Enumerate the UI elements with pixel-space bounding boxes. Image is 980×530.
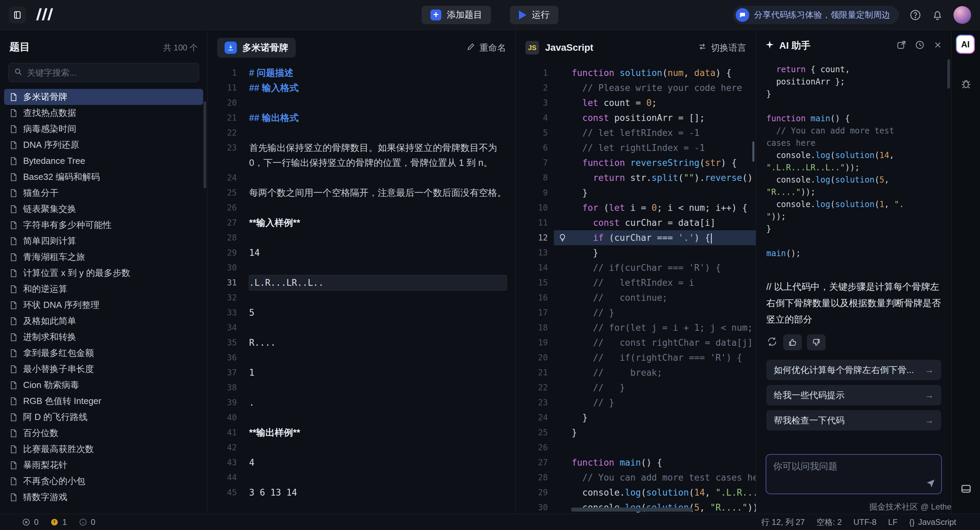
- sidebar-scrollbar[interactable]: [204, 102, 206, 188]
- sidebar-item[interactable]: 拿到最多红包金额: [4, 345, 203, 361]
- share-banner[interactable]: 分享代码练习体验，领限量定制周边: [733, 6, 899, 24]
- language-mode[interactable]: {} JavaScript: [909, 517, 956, 527]
- editor-line[interactable]: 11 const curChar = data[i]: [516, 215, 756, 230]
- editor-line[interactable]: 12 if (curChar === '.') {: [516, 230, 756, 245]
- editor-line[interactable]: 2 // Please write your code here: [516, 80, 756, 95]
- run-button[interactable]: 运行: [510, 6, 558, 24]
- history-icon[interactable]: [915, 40, 925, 51]
- editor-line[interactable]: 23 // }: [516, 395, 756, 410]
- search-input[interactable]: [27, 68, 193, 78]
- encoding[interactable]: UTF-8: [853, 517, 877, 527]
- sidebar-item[interactable]: 暴雨梨花针: [4, 457, 203, 473]
- problems-info[interactable]: 0: [79, 517, 95, 527]
- new-chat-icon[interactable]: [896, 40, 907, 51]
- sidebar-item[interactable]: 计算位置 x 到 y 的最多步数: [4, 265, 203, 281]
- sidebar-item[interactable]: 进制求和转换: [4, 329, 203, 345]
- editor-line[interactable]: 6 // let rightLIndex = -1: [516, 140, 756, 155]
- sidebar-item[interactable]: 百分位数: [4, 425, 203, 441]
- editor-line[interactable]: 30 console.log(solution(5, "R...."));: [516, 500, 756, 514]
- editor-line[interactable]: 8 return str.split("").reverse(): [516, 170, 756, 185]
- editor-line[interactable]: 4 const positionArr = [];: [516, 110, 756, 125]
- editor-line[interactable]: 7 function reverseString(str) {: [516, 155, 756, 170]
- description-body[interactable]: 1# 问题描述11## 输入格式2021## 输出格式2223首先输出保持竖立的…: [208, 65, 515, 500]
- sidebar-item[interactable]: Base32 编码和解码: [4, 169, 203, 185]
- sidebar-item[interactable]: 多米诺骨牌: [4, 89, 203, 105]
- sidebar-item[interactable]: 及格如此简单: [4, 313, 203, 329]
- problems-error[interactable]: 0: [22, 517, 38, 527]
- editor-line[interactable]: 1function solution(num, data) {: [516, 65, 756, 80]
- editor-line[interactable]: 29 console.log(solution(14, ".L.R...LR..…: [516, 485, 756, 500]
- sidebar-item[interactable]: 猫鱼分干: [4, 185, 203, 201]
- sidebar-item[interactable]: RGB 色值转 Integer: [4, 393, 203, 409]
- app-logo-icon[interactable]: [9, 6, 26, 24]
- sidebar-item[interactable]: 最小替换子串长度: [4, 361, 203, 377]
- sidebar-item[interactable]: 简单四则计算: [4, 233, 203, 249]
- editor-line[interactable]: 21 // break;: [516, 365, 756, 380]
- bell-icon[interactable]: [932, 9, 943, 21]
- switch-language-button[interactable]: 切换语言: [698, 42, 746, 54]
- eol-setting[interactable]: LF: [888, 517, 898, 527]
- sidebar-item[interactable]: 环状 DNA 序列整理: [4, 297, 203, 313]
- sidebar-item[interactable]: 病毒感染时间: [4, 121, 203, 137]
- editor-line[interactable]: 19 // const rightChar = data[j]: [516, 335, 756, 350]
- editor-line[interactable]: 20 // if(rightChar === 'R') {: [516, 350, 756, 365]
- search-box[interactable]: [8, 63, 199, 82]
- sidebar-item[interactable]: 和的逆运算: [4, 281, 203, 297]
- sidebar-item[interactable]: 查找热点数据: [4, 105, 203, 121]
- sidebar-item[interactable]: 猜数字游戏: [4, 489, 203, 505]
- indent-setting[interactable]: 空格: 2: [816, 517, 842, 528]
- editor-horizontal-scrollbar[interactable]: [571, 508, 693, 512]
- ai-suggestion-button[interactable]: 帮我检查一下代码→: [766, 410, 941, 431]
- sidebar-item[interactable]: 阿 D 的飞行路线: [4, 409, 203, 425]
- editor-line[interactable]: 10 for (let i = 0; i < num; i++) {: [516, 200, 756, 215]
- editor-line[interactable]: 25}: [516, 425, 756, 440]
- sidebar-item[interactable]: 青海湖租车之旅: [4, 249, 203, 265]
- editor-line[interactable]: 24 }: [516, 410, 756, 425]
- editor-line[interactable]: 22 // }: [516, 380, 756, 395]
- editor-line[interactable]: 27function main() {: [516, 455, 756, 470]
- sidebar-item[interactable]: Cion 勒索病毒: [4, 377, 203, 393]
- editor-line[interactable]: 13 }: [516, 245, 756, 260]
- editor-line[interactable]: 18 // for(let j = i + 1; j < num; j++) {: [516, 320, 756, 335]
- editor-line[interactable]: 9 }: [516, 185, 756, 200]
- description-line: 26: [208, 200, 515, 215]
- help-icon[interactable]: [909, 9, 921, 21]
- ai-input-box[interactable]: [765, 454, 942, 494]
- editor-line[interactable]: 28 // You can add more test cases here: [516, 470, 756, 485]
- lightbulb-icon[interactable]: [558, 233, 567, 242]
- problem-tab[interactable]: 多米诺骨牌: [217, 38, 296, 57]
- avatar[interactable]: [953, 6, 971, 24]
- add-problem-button[interactable]: + 添加题目: [422, 6, 491, 24]
- editor-line[interactable]: 14 // if(curChar === 'R') {: [516, 260, 756, 275]
- sidebar-item[interactable]: 不再贪心的小包: [4, 473, 203, 489]
- ai-suggestion-button[interactable]: 给我一些代码提示→: [766, 385, 941, 405]
- close-icon[interactable]: [933, 40, 943, 51]
- editor-line[interactable]: 16 // continue;: [516, 290, 756, 305]
- ai-scrollbar[interactable]: [947, 59, 950, 89]
- debug-icon[interactable]: [960, 78, 972, 91]
- toggle-panel-icon[interactable]: [960, 483, 972, 496]
- editor-line[interactable]: 15 // leftRIndex = i: [516, 275, 756, 290]
- ai-fab-button[interactable]: AI: [956, 35, 975, 54]
- regenerate-icon[interactable]: [766, 336, 778, 349]
- sidebar-item[interactable]: 链表聚集交换: [4, 201, 203, 217]
- sidebar-item[interactable]: 比赛最高获胜次数: [4, 441, 203, 457]
- editor-line[interactable]: 5 // let leftRIndex = -1: [516, 125, 756, 140]
- editor-line[interactable]: 26: [516, 440, 756, 455]
- problems-warning[interactable]: 1: [50, 517, 67, 527]
- line-number: 17: [516, 305, 553, 320]
- sidebar-item[interactable]: Bytedance Tree: [4, 153, 203, 169]
- editor-line[interactable]: 17 // }: [516, 305, 756, 320]
- ai-suggestion-button[interactable]: 如何优化计算每个骨牌左右倒下骨...→: [766, 360, 941, 380]
- send-icon[interactable]: [926, 478, 936, 490]
- sidebar-item[interactable]: DNA 序列还原: [4, 137, 203, 153]
- sidebar-item[interactable]: 字符串有多少种可能性: [4, 217, 203, 233]
- thumbs-down-button[interactable]: [807, 334, 826, 350]
- brand-logo-icon[interactable]: [35, 8, 54, 22]
- rename-button[interactable]: 重命名: [466, 42, 506, 54]
- cursor-position[interactable]: 行 12, 列 27: [761, 517, 805, 528]
- editor-line[interactable]: 3 let count = 0;: [516, 95, 756, 110]
- thumbs-up-button[interactable]: [783, 334, 802, 350]
- ai-input[interactable]: [766, 455, 941, 493]
- editor-body[interactable]: 1function solution(num, data) {2 // Plea…: [516, 65, 756, 514]
